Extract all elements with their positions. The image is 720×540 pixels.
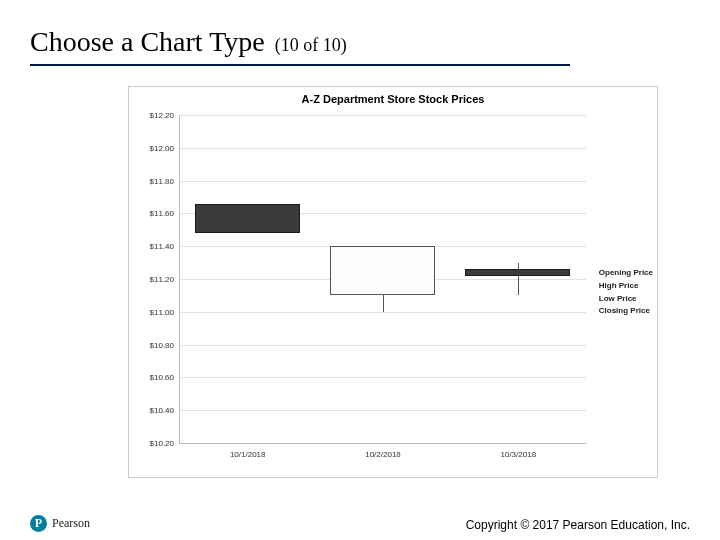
grid-line bbox=[180, 410, 586, 411]
chart-container: A-Z Department Store Stock Prices $12.20… bbox=[128, 86, 658, 478]
logo-icon: P bbox=[30, 515, 47, 532]
y-tick-label: $11.80 bbox=[136, 176, 174, 185]
grid-line bbox=[180, 148, 586, 149]
y-tick-label: $12.00 bbox=[136, 143, 174, 152]
grid-line bbox=[180, 377, 586, 378]
candle-3 bbox=[465, 269, 570, 276]
title-main: Choose a Chart Type bbox=[30, 26, 265, 58]
candle-3-high-whisker bbox=[518, 263, 519, 270]
candle-3-low-whisker bbox=[518, 276, 519, 296]
legend: Opening Price High Price Low Price Closi… bbox=[599, 267, 653, 318]
y-tick-label: $12.20 bbox=[136, 111, 174, 120]
x-tick-label: 10/3/2018 bbox=[501, 450, 537, 459]
logo-text: Pearson bbox=[52, 516, 90, 531]
grid-line bbox=[180, 115, 586, 116]
footer: P Pearson Copyright © 2017 Pearson Educa… bbox=[0, 510, 720, 538]
y-tick-label: $11.20 bbox=[136, 275, 174, 284]
y-tick-label: $10.20 bbox=[136, 439, 174, 448]
x-tick-label: 10/2/2018 bbox=[365, 450, 401, 459]
legend-item: Opening Price bbox=[599, 267, 653, 280]
y-tick-label: $10.40 bbox=[136, 406, 174, 415]
legend-item: Low Price bbox=[599, 293, 653, 306]
x-tick-label: 10/1/2018 bbox=[230, 450, 266, 459]
candle-2 bbox=[330, 246, 435, 295]
y-tick-label: $11.40 bbox=[136, 242, 174, 251]
title-underline bbox=[30, 64, 570, 66]
slide: Choose a Chart Type (10 of 10) A-Z Depar… bbox=[0, 0, 720, 540]
y-tick-label: $10.80 bbox=[136, 340, 174, 349]
grid-line bbox=[180, 345, 586, 346]
candle-1 bbox=[195, 204, 300, 234]
candle-2-low-whisker bbox=[383, 295, 384, 311]
y-tick-label: $11.00 bbox=[136, 307, 174, 316]
copyright-text: Copyright © 2017 Pearson Education, Inc. bbox=[466, 518, 690, 532]
grid-line bbox=[180, 312, 586, 313]
plot-area: $12.20 $12.00 $11.80 $11.60 $11.40 $11.2… bbox=[179, 115, 586, 444]
title-sub: (10 of 10) bbox=[275, 35, 347, 56]
y-tick-label: $11.60 bbox=[136, 209, 174, 218]
pearson-logo: P Pearson bbox=[30, 515, 90, 532]
y-tick-label: $10.60 bbox=[136, 373, 174, 382]
legend-item: High Price bbox=[599, 280, 653, 293]
grid-line bbox=[180, 181, 586, 182]
legend-item: Closing Price bbox=[599, 305, 653, 318]
chart-title: A-Z Department Store Stock Prices bbox=[129, 93, 657, 105]
slide-title: Choose a Chart Type (10 of 10) bbox=[30, 26, 690, 58]
